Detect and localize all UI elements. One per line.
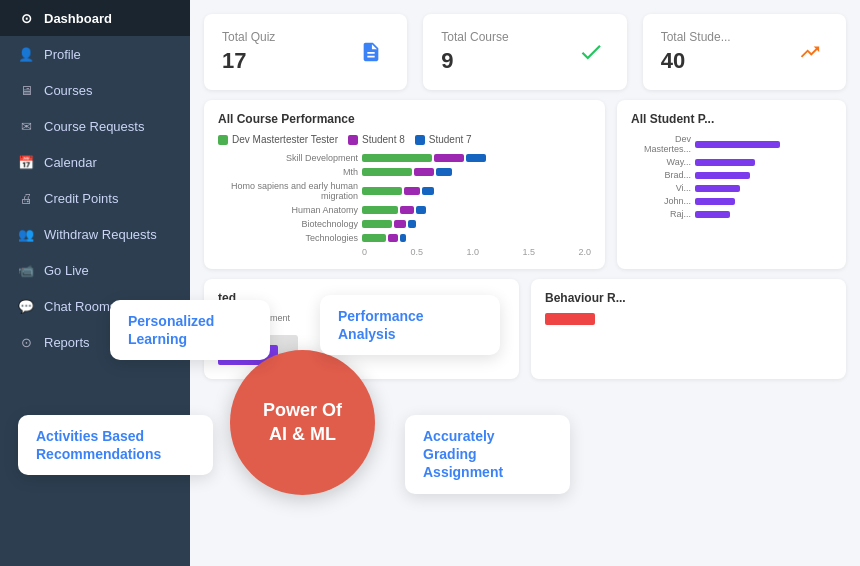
legend-item-s7: Student 7 <box>415 134 472 145</box>
legend-dot-green <box>218 135 228 145</box>
bar-row-4: Human Anatomy <box>218 205 591 215</box>
bar-purple-4 <box>400 206 414 214</box>
bottom-chart-left-title: ted <box>218 291 505 305</box>
student-bar-dev <box>695 141 780 148</box>
x-label-2: 1.0 <box>467 247 480 257</box>
student-row-dev: Dev Mastertes... <box>631 134 832 154</box>
stat-card-students: Total Stude... 40 <box>643 14 846 90</box>
sidebar-item-withdraw[interactable]: 👥 Withdraw Requests <box>0 216 190 252</box>
stat-quiz-value: 17 <box>222 48 275 74</box>
bar-blue-1 <box>466 154 486 162</box>
legend-label-s7: Student 7 <box>429 134 472 145</box>
bar-track-2 <box>362 168 591 176</box>
bar-green-4 <box>362 206 398 214</box>
behaviour-bar <box>545 313 595 325</box>
sidebar: ⊙ Dashboard 👤 Profile 🖥 Courses ✉ Course… <box>0 0 190 566</box>
x-label-3: 1.5 <box>523 247 536 257</box>
courses-icon: 🖥 <box>18 82 34 98</box>
bar-row-1: Skill Development <box>218 153 591 163</box>
bar-track-5 <box>362 220 591 228</box>
bar-green-6 <box>362 234 386 242</box>
bar-purple-1 <box>434 154 464 162</box>
bar-row-2: Mth <box>218 167 591 177</box>
bar-track-4 <box>362 206 591 214</box>
student-bars: Dev Mastertes... Way... Brad... Vi... Jo… <box>631 134 832 219</box>
bottom-chart-left: ted Skill Development <box>204 279 519 379</box>
sidebar-item-profile[interactable]: 👤 Profile <box>0 36 190 72</box>
student-row-brad: Brad... <box>631 170 832 180</box>
student-bar-way <box>695 159 755 166</box>
document-icon <box>353 34 389 70</box>
bottom-chart-right: Behaviour R... <box>531 279 846 379</box>
trend-icon <box>792 34 828 70</box>
bar-label-4: Human Anatomy <box>218 205 358 215</box>
bar-label-6: Technologies <box>218 233 358 243</box>
bar-label-1: Skill Development <box>218 153 358 163</box>
student-name-john: John... <box>631 196 691 206</box>
main-content: Total Quiz 17 Total Course 9 Total <box>190 0 860 566</box>
bottom-chart-left-label: Skill Development <box>218 313 505 323</box>
bar-purple-2 <box>414 168 434 176</box>
charts-row-2: ted Skill Development Behaviour R... <box>190 279 860 379</box>
sidebar-item-label: Dashboard <box>44 11 112 26</box>
legend-dot-blue <box>415 135 425 145</box>
bar-green-1 <box>362 154 432 162</box>
calendar-icon: 📅 <box>18 154 34 170</box>
stat-students-label: Total Stude... <box>661 30 731 44</box>
profile-icon: 👤 <box>18 46 34 62</box>
mail-icon: ✉ <box>18 118 34 134</box>
bar-blue-2 <box>436 168 452 176</box>
chart-student-title: All Student P... <box>631 112 832 126</box>
student-row-john: John... <box>631 196 832 206</box>
credit-icon: 🖨 <box>18 190 34 206</box>
sidebar-item-label: Chat Rooms <box>44 299 116 314</box>
x-label-0: 0 <box>362 247 367 257</box>
golive-icon: 📹 <box>18 262 34 278</box>
bar-purple-5 <box>394 220 406 228</box>
legend-label-dev: Dev Mastertester Tester <box>232 134 338 145</box>
bar-label-5: Biotechnology <box>218 219 358 229</box>
bar-green-2 <box>362 168 412 176</box>
student-performance-chart: All Student P... Dev Mastertes... Way...… <box>617 100 846 269</box>
sidebar-item-label: Credit Points <box>44 191 118 206</box>
sidebar-item-label: Calendar <box>44 155 97 170</box>
legend-item-dev: Dev Mastertester Tester <box>218 134 338 145</box>
student-row-raj: Raj... <box>631 209 832 219</box>
bar-label-3: Homo sapiens and early human migration <box>218 181 358 201</box>
sidebar-item-reports[interactable]: ⊙ Reports <box>0 324 190 360</box>
stat-card-quiz: Total Quiz 17 <box>204 14 407 90</box>
bar-purple-3 <box>404 187 420 195</box>
sidebar-item-credit-points[interactable]: 🖨 Credit Points <box>0 180 190 216</box>
bar-blue-4 <box>416 206 426 214</box>
x-axis: 0 0.5 1.0 1.5 2.0 <box>218 247 591 257</box>
sidebar-item-calendar[interactable]: 📅 Calendar <box>0 144 190 180</box>
student-row-vi: Vi... <box>631 183 832 193</box>
student-name-raj: Raj... <box>631 209 691 219</box>
bar-row-3: Homo sapiens and early human migration <box>218 181 591 201</box>
student-bar-raj <box>695 211 730 218</box>
legend-item-s8: Student 8 <box>348 134 405 145</box>
student-name-vi: Vi... <box>631 183 691 193</box>
student-name-way: Way... <box>631 157 691 167</box>
stat-card-course: Total Course 9 <box>423 14 626 90</box>
bar-green-3 <box>362 187 402 195</box>
sidebar-item-label: Courses <box>44 83 92 98</box>
bar-chart: Skill Development Mth <box>218 153 591 257</box>
student-bar-vi <box>695 185 740 192</box>
sidebar-item-chatrooms[interactable]: 💬 Chat Rooms <box>0 288 190 324</box>
bottom-chart-right-title: Behaviour R... <box>545 291 832 305</box>
sidebar-item-label: Course Requests <box>44 119 144 134</box>
bar-track-6 <box>362 234 591 242</box>
stat-course-value: 9 <box>441 48 508 74</box>
stat-quiz-label: Total Quiz <box>222 30 275 44</box>
stat-course-label: Total Course <box>441 30 508 44</box>
sidebar-item-course-requests[interactable]: ✉ Course Requests <box>0 108 190 144</box>
dashboard-icon: ⊙ <box>18 10 34 26</box>
bar-blue-6 <box>400 234 406 242</box>
sidebar-item-golive[interactable]: 📹 Go Live <box>0 252 190 288</box>
chart-performance-title: All Course Performance <box>218 112 591 126</box>
sidebar-item-courses[interactable]: 🖥 Courses <box>0 72 190 108</box>
student-row-way: Way... <box>631 157 832 167</box>
sidebar-item-dashboard[interactable]: ⊙ Dashboard <box>0 0 190 36</box>
chart-legend: Dev Mastertester Tester Student 8 Studen… <box>218 134 591 145</box>
